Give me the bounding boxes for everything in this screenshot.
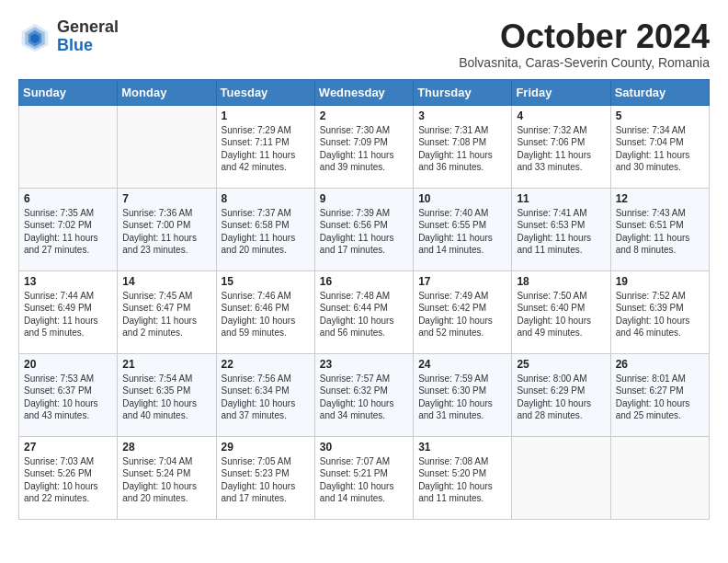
calendar-cell: 10Sunrise: 7:40 AM Sunset: 6:55 PM Dayli… (414, 188, 512, 270)
day-number: 12 (616, 192, 704, 205)
day-content: Sunrise: 7:53 AM Sunset: 6:37 PM Dayligh… (24, 373, 112, 422)
day-header-friday: Friday (512, 79, 610, 105)
day-number: 5 (616, 109, 704, 122)
day-content: Sunrise: 8:01 AM Sunset: 6:27 PM Dayligh… (616, 373, 704, 422)
calendar-cell: 31Sunrise: 7:08 AM Sunset: 5:20 PM Dayli… (414, 436, 512, 519)
day-content: Sunrise: 7:48 AM Sunset: 6:44 PM Dayligh… (320, 290, 408, 339)
calendar-cell: 27Sunrise: 7:03 AM Sunset: 5:26 PM Dayli… (19, 436, 118, 519)
day-number: 11 (517, 192, 605, 205)
calendar-cell: 13Sunrise: 7:44 AM Sunset: 6:49 PM Dayli… (19, 270, 118, 353)
calendar-cell: 22Sunrise: 7:56 AM Sunset: 6:34 PM Dayli… (216, 353, 314, 436)
day-number: 16 (320, 275, 408, 288)
calendar-cell: 20Sunrise: 7:53 AM Sunset: 6:37 PM Dayli… (19, 353, 118, 436)
day-content: Sunrise: 7:45 AM Sunset: 6:47 PM Dayligh… (122, 290, 210, 339)
calendar-cell: 2Sunrise: 7:30 AM Sunset: 7:09 PM Daylig… (314, 105, 413, 188)
day-number: 18 (517, 275, 605, 288)
day-number: 10 (418, 192, 506, 205)
day-number: 15 (222, 275, 310, 288)
logo: General Blue (18, 18, 119, 55)
day-number: 1 (222, 109, 310, 122)
day-content: Sunrise: 7:04 AM Sunset: 5:24 PM Dayligh… (122, 455, 210, 505)
day-content: Sunrise: 7:41 AM Sunset: 6:53 PM Dayligh… (517, 207, 605, 257)
calendar-cell: 8Sunrise: 7:37 AM Sunset: 6:58 PM Daylig… (216, 188, 314, 270)
day-content: Sunrise: 7:32 AM Sunset: 7:06 PM Dayligh… (517, 124, 605, 174)
calendar-cell (512, 436, 610, 519)
calendar-cell (118, 105, 216, 188)
calendar-cell: 18Sunrise: 7:50 AM Sunset: 6:40 PM Dayli… (512, 270, 610, 353)
calendar-cell: 11Sunrise: 7:41 AM Sunset: 6:53 PM Dayli… (512, 188, 610, 270)
calendar-cell (610, 436, 709, 519)
calendar-cell: 1Sunrise: 7:29 AM Sunset: 7:11 PM Daylig… (216, 105, 314, 188)
day-number: 24 (418, 358, 506, 371)
calendar-week-3: 13Sunrise: 7:44 AM Sunset: 6:49 PM Dayli… (19, 270, 710, 353)
calendar-week-1: 1Sunrise: 7:29 AM Sunset: 7:11 PM Daylig… (19, 105, 710, 188)
day-content: Sunrise: 7:59 AM Sunset: 6:30 PM Dayligh… (418, 373, 506, 422)
calendar-cell: 30Sunrise: 7:07 AM Sunset: 5:21 PM Dayli… (314, 436, 413, 519)
month-title: October 2024 (459, 18, 710, 55)
logo-text: General Blue (57, 18, 119, 55)
day-number: 3 (418, 109, 506, 122)
day-number: 4 (517, 109, 605, 122)
day-content: Sunrise: 7:05 AM Sunset: 5:23 PM Dayligh… (222, 455, 310, 505)
title-block: October 2024 Bolvasnita, Caras-Severin C… (459, 18, 710, 70)
calendar-week-2: 6Sunrise: 7:35 AM Sunset: 7:02 PM Daylig… (19, 188, 710, 270)
day-number: 26 (616, 358, 704, 371)
calendar-cell: 7Sunrise: 7:36 AM Sunset: 7:00 PM Daylig… (118, 188, 216, 270)
day-number: 31 (418, 441, 506, 454)
day-content: Sunrise: 7:36 AM Sunset: 7:00 PM Dayligh… (122, 207, 210, 257)
day-header-sunday: Sunday (19, 79, 118, 105)
day-header-thursday: Thursday (414, 79, 512, 105)
day-content: Sunrise: 7:07 AM Sunset: 5:21 PM Dayligh… (320, 455, 408, 505)
day-content: Sunrise: 7:30 AM Sunset: 7:09 PM Dayligh… (320, 124, 408, 174)
calendar-cell: 9Sunrise: 7:39 AM Sunset: 6:56 PM Daylig… (314, 188, 413, 270)
day-content: Sunrise: 7:31 AM Sunset: 7:08 PM Dayligh… (418, 124, 506, 174)
day-content: Sunrise: 7:29 AM Sunset: 7:11 PM Dayligh… (222, 124, 310, 174)
calendar-cell: 26Sunrise: 8:01 AM Sunset: 6:27 PM Dayli… (610, 353, 709, 436)
calendar-week-4: 20Sunrise: 7:53 AM Sunset: 6:37 PM Dayli… (19, 353, 710, 436)
day-content: Sunrise: 7:52 AM Sunset: 6:39 PM Dayligh… (616, 290, 704, 339)
calendar-cell: 4Sunrise: 7:32 AM Sunset: 7:06 PM Daylig… (512, 105, 610, 188)
day-number: 20 (24, 358, 112, 371)
day-number: 19 (616, 275, 704, 288)
day-number: 22 (222, 358, 310, 371)
calendar-cell: 23Sunrise: 7:57 AM Sunset: 6:32 PM Dayli… (314, 353, 413, 436)
calendar-cell: 21Sunrise: 7:54 AM Sunset: 6:35 PM Dayli… (118, 353, 216, 436)
calendar-cell: 12Sunrise: 7:43 AM Sunset: 6:51 PM Dayli… (610, 188, 709, 270)
day-number: 23 (320, 358, 408, 371)
day-content: Sunrise: 7:08 AM Sunset: 5:20 PM Dayligh… (418, 455, 506, 505)
day-number: 30 (320, 441, 408, 454)
day-number: 14 (122, 275, 210, 288)
calendar-cell: 24Sunrise: 7:59 AM Sunset: 6:30 PM Dayli… (414, 353, 512, 436)
day-number: 2 (320, 109, 408, 122)
calendar-cell (19, 105, 118, 188)
calendar-cell: 14Sunrise: 7:45 AM Sunset: 6:47 PM Dayli… (118, 270, 216, 353)
day-number: 21 (122, 358, 210, 371)
day-header-saturday: Saturday (610, 79, 709, 105)
calendar-cell: 28Sunrise: 7:04 AM Sunset: 5:24 PM Dayli… (118, 436, 216, 519)
day-header-wednesday: Wednesday (314, 79, 413, 105)
calendar-cell: 3Sunrise: 7:31 AM Sunset: 7:08 PM Daylig… (414, 105, 512, 188)
day-content: Sunrise: 7:40 AM Sunset: 6:55 PM Dayligh… (418, 207, 506, 257)
calendar-cell: 5Sunrise: 7:34 AM Sunset: 7:04 PM Daylig… (610, 105, 709, 188)
calendar-header: SundayMondayTuesdayWednesdayThursdayFrid… (19, 79, 710, 105)
day-number: 28 (122, 441, 210, 454)
day-number: 9 (320, 192, 408, 205)
day-number: 25 (517, 358, 605, 371)
calendar-cell: 15Sunrise: 7:46 AM Sunset: 6:46 PM Dayli… (216, 270, 314, 353)
day-number: 17 (418, 275, 506, 288)
day-content: Sunrise: 7:37 AM Sunset: 6:58 PM Dayligh… (222, 207, 310, 257)
calendar-week-5: 27Sunrise: 7:03 AM Sunset: 5:26 PM Dayli… (19, 436, 710, 519)
day-number: 13 (24, 275, 112, 288)
day-content: Sunrise: 7:46 AM Sunset: 6:46 PM Dayligh… (222, 290, 310, 339)
day-number: 6 (24, 192, 112, 205)
day-content: Sunrise: 7:56 AM Sunset: 6:34 PM Dayligh… (222, 373, 310, 422)
logo-blue: Blue (57, 36, 93, 54)
calendar-cell: 6Sunrise: 7:35 AM Sunset: 7:02 PM Daylig… (19, 188, 118, 270)
location-subtitle: Bolvasnita, Caras-Severin County, Romani… (459, 55, 710, 70)
logo-icon (18, 20, 51, 53)
day-number: 29 (222, 441, 310, 454)
day-content: Sunrise: 7:49 AM Sunset: 6:42 PM Dayligh… (418, 290, 506, 339)
calendar-cell: 17Sunrise: 7:49 AM Sunset: 6:42 PM Dayli… (414, 270, 512, 353)
calendar-cell: 16Sunrise: 7:48 AM Sunset: 6:44 PM Dayli… (314, 270, 413, 353)
day-content: Sunrise: 7:39 AM Sunset: 6:56 PM Dayligh… (320, 207, 408, 257)
